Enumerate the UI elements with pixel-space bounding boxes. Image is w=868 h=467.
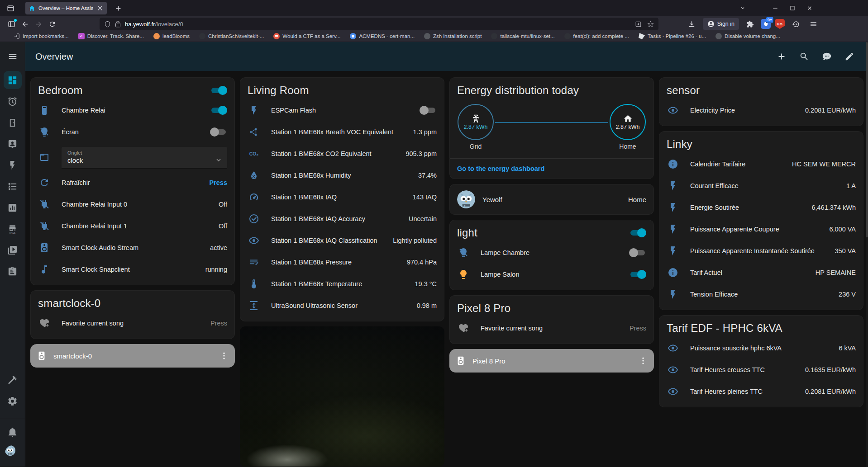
sidebar-item-overview[interactable] [4, 71, 22, 89]
window-maximize-button[interactable] [784, 1, 801, 15]
media-player-pixel[interactable]: Pixel 8 Pro [449, 349, 654, 373]
entity-row[interactable]: Tarif ActuelHP SEMAINE [667, 262, 856, 283]
bookmark-item[interactable]: Zsh installation script [424, 33, 482, 39]
reload-icon[interactable] [45, 18, 59, 30]
tab-close-icon[interactable] [96, 5, 104, 12]
save-to-device-icon[interactable] [635, 21, 642, 28]
browser-tab[interactable]: Overview – Home Assistant [25, 2, 107, 14]
shield-icon[interactable] [104, 21, 111, 28]
bookmark-item[interactable]: ACMEDNS - cert-man... [350, 33, 415, 39]
sidebar-item-media[interactable] [4, 241, 22, 259]
entity-row[interactable]: CO₂Station 1 BME68x CO2 Equivalent905.3 … [248, 143, 437, 165]
sidebar-item-history[interactable] [4, 198, 22, 217]
entity-row[interactable]: Chambre Relai Input 1Off [38, 215, 227, 237]
entity-row[interactable]: Chambre Relai Input 0Off [38, 193, 227, 215]
entity-row[interactable]: Station 1 BME68x Humidity37.4% [248, 165, 437, 186]
window-close-button[interactable] [801, 1, 818, 15]
entity-row[interactable]: Lampe Salon [457, 264, 646, 285]
history-extension-icon[interactable] [789, 18, 802, 30]
sidebar-item-devtools[interactable] [4, 371, 22, 389]
sidebar-item-logbook[interactable] [4, 177, 22, 195]
card-person-yewolf[interactable]: Y Yewolf Home [449, 184, 654, 215]
select-field[interactable]: Ongletclock [62, 147, 227, 168]
firefox-view-icon[interactable] [4, 2, 17, 14]
energy-node-home[interactable]: 2.87 kWh Home [610, 104, 646, 150]
entity-row[interactable]: Station 1 BME68x Temperature19.3 °C [248, 273, 437, 295]
entity-state[interactable]: Press [209, 179, 227, 186]
entity-row[interactable]: Favorite current songPress [457, 317, 646, 339]
entity-row[interactable]: Tarif Heures pleines TTC0.2081 EUR/kWh [667, 381, 856, 402]
camera-feed[interactable] [240, 326, 444, 467]
entity-toggle[interactable] [629, 270, 646, 279]
bookmark-item[interactable]: Tasks · Pipeline #26 - u... [639, 33, 706, 39]
entity-row[interactable]: Tarif Heures creuses TTC0.1635 EUR/kWh [667, 359, 856, 381]
url-bar[interactable]: ha.yewolf.fr/lovelace/0 [100, 18, 658, 30]
entity-row[interactable]: Station 1 BME68x IAQ ClassificationLight… [248, 230, 437, 251]
bedroom-master-toggle[interactable] [210, 86, 227, 95]
password-manager-extension-icon[interactable]: 9+ [761, 19, 771, 29]
lock-icon[interactable] [114, 21, 121, 28]
page-scrollbar[interactable] [866, 42, 868, 467]
bookmark-item[interactable]: Would a CTF as a Serv... [273, 33, 340, 39]
new-tab-button[interactable] [111, 2, 125, 14]
entity-toggle[interactable] [629, 248, 646, 257]
select-row[interactable]: Ongletclock [38, 143, 227, 172]
sidebar-item-todo[interactable] [4, 262, 22, 280]
sidebar-item-energy[interactable] [4, 156, 22, 174]
entity-row[interactable]: Puissance souscrite hphc 6kVA6 kVA [667, 337, 856, 359]
sidebar-item-frigate[interactable] [4, 135, 22, 153]
entity-row[interactable]: UltraSound Ultrasonic Sensor0.98 m [248, 295, 437, 316]
entity-row[interactable]: Smart Clock Snapclientrunning [38, 259, 227, 280]
bookmark-item[interactable]: leadBlooms [153, 33, 190, 39]
entity-toggle[interactable] [210, 127, 227, 137]
light-master-toggle[interactable] [629, 228, 646, 237]
entity-toggle[interactable] [210, 106, 227, 115]
entity-row[interactable]: Station 1 BME68x Breath VOC Equivalent1.… [248, 121, 437, 143]
bookmark-item[interactable]: Discover. Track. Share... [78, 33, 144, 39]
entity-row[interactable]: Chambre Relai [38, 99, 227, 121]
more-options-icon[interactable] [216, 348, 232, 364]
extensions-icon[interactable] [743, 18, 757, 30]
entity-row[interactable]: RafraîchirPress [38, 172, 227, 193]
sidebar-item-alarm[interactable] [4, 92, 22, 110]
sidebar-item-hacs[interactable]: HACS [4, 220, 22, 238]
sidebar-item-notifications[interactable] [4, 423, 22, 441]
entity-row[interactable]: Station 1 BME68x IAQ AccuracyUncertain [248, 208, 437, 230]
energy-node-grid[interactable]: 2.87 kWh Grid [458, 104, 494, 150]
entity-row[interactable]: Station 1 BME68x IAQ143 IAQ [248, 186, 437, 208]
sign-in-button[interactable]: Sign in [703, 18, 739, 30]
sidebar-item-door[interactable] [4, 113, 22, 132]
entity-row[interactable]: Energie Soutirée6,461.374 kWh [667, 197, 856, 218]
search-icon[interactable] [799, 52, 809, 61]
assist-chat-icon[interactable] [822, 52, 832, 61]
sidebar-menu-icon[interactable] [8, 42, 18, 71]
forward-icon[interactable] [32, 18, 45, 30]
edit-dashboard-icon[interactable] [844, 52, 854, 61]
entity-row[interactable]: Écran [38, 121, 227, 143]
entity-row[interactable]: Tension Efficace236 V [667, 283, 856, 305]
bookmark-item[interactable]: tailscale-mtu/linux-set... [491, 33, 554, 39]
entity-row[interactable]: Puissance Apparente Instantanée Soutirée… [667, 240, 856, 262]
bookmark-item[interactable]: feat(ci): add complete ... [564, 33, 629, 39]
sidebar-item-settings[interactable] [4, 392, 22, 410]
ublock-extension-icon[interactable]: UO [775, 19, 785, 29]
entity-row[interactable]: Station 1 BME68x Pressure970.4 hPa [248, 251, 437, 273]
bookmark-item[interactable]: Disable volume chang... [715, 33, 780, 39]
entity-row[interactable]: ESPCam Flash [248, 99, 437, 121]
media-player-smartclock[interactable]: smartclock-0 [30, 344, 235, 368]
entity-row[interactable]: Lampe Chambre [457, 242, 646, 264]
entity-toggle[interactable] [420, 106, 437, 115]
add-card-icon[interactable] [777, 52, 787, 61]
window-minimize-button[interactable] [767, 1, 784, 15]
back-icon[interactable] [18, 18, 32, 30]
entity-row[interactable]: Calendrier TarifaireHC SEM WE MERCR [667, 153, 856, 175]
entity-row[interactable]: Smart Clock Audio Streamactive [38, 237, 227, 259]
energy-dashboard-link[interactable]: Go to the energy dashboard [450, 159, 653, 179]
entity-row[interactable]: Electricity Price0.2081 EUR/kWh [667, 99, 856, 121]
entity-row[interactable]: Favorite current songPress [38, 312, 227, 334]
entity-row[interactable]: Puissance Apparente Coupure6,000 VA [667, 218, 856, 240]
sidebar-item-profile[interactable]: Y [4, 444, 22, 462]
url-text[interactable]: ha.yewolf.fr/lovelace/0 [125, 21, 631, 28]
bookmark-item[interactable]: ChristianSch/sveltekit-... [199, 33, 264, 39]
menu-icon[interactable] [806, 18, 820, 30]
